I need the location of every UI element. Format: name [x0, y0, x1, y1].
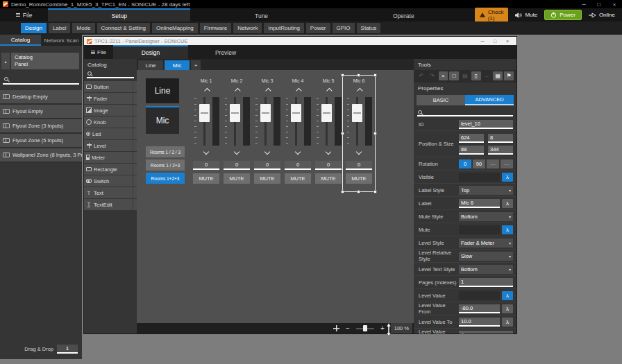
- power-button[interactable]: Power: [544, 10, 582, 20]
- mute-button[interactable]: MUTE: [254, 173, 280, 184]
- mute-button[interactable]: MUTE: [285, 173, 311, 184]
- subtab-connect-setting[interactable]: Connect & Setting: [97, 23, 150, 33]
- mute-button[interactable]: MUTE: [193, 173, 219, 184]
- add-page-tab[interactable]: +: [191, 60, 201, 70]
- fader-handle[interactable]: [291, 104, 301, 122]
- widget-item-fader[interactable]: Fader: [84, 93, 137, 104]
- level-text-style-select[interactable]: Bottom▾: [459, 265, 513, 274]
- rotation-270-button[interactable]: —: [501, 159, 513, 168]
- y-input[interactable]: 8: [488, 134, 513, 143]
- subtab-mode[interactable]: Mode: [72, 23, 94, 33]
- level-value[interactable]: 0: [224, 161, 250, 170]
- level-value-decimals-input[interactable]: 0: [459, 331, 513, 334]
- mute-button[interactable]: MUTE: [224, 173, 250, 184]
- level-down-button[interactable]: [252, 146, 283, 157]
- properties-tab-advanced[interactable]: ADVANCED: [465, 95, 514, 105]
- level-relative-style-select[interactable]: Slow▾: [459, 252, 513, 261]
- height-input[interactable]: 344: [488, 146, 513, 155]
- fader-handle[interactable]: [230, 104, 240, 122]
- paste-icon[interactable]: ▤: [460, 71, 470, 80]
- zoom-slider-handle[interactable]: [363, 325, 367, 331]
- online-button[interactable]: Online: [589, 12, 615, 18]
- resize-handle[interactable]: [341, 73, 344, 77]
- tab-tune[interactable]: Tune: [190, 8, 333, 21]
- lambda-button[interactable]: λ: [502, 304, 513, 313]
- selection-rectangle[interactable]: [342, 75, 376, 192]
- level-value-from-input[interactable]: -80.0: [459, 304, 500, 313]
- align-icon[interactable]: –: [482, 71, 492, 80]
- widget-item-text[interactable]: TText: [84, 187, 137, 198]
- undo-icon[interactable]: ↶: [417, 71, 426, 80]
- tab-operate[interactable]: Operate: [333, 8, 475, 21]
- widget-item-led[interactable]: Led: [84, 128, 137, 139]
- level-up-button[interactable]: [221, 85, 252, 96]
- level-down-button[interactable]: [313, 146, 344, 157]
- zoom-in-button[interactable]: +: [380, 325, 385, 332]
- copy-icon[interactable]: □: [449, 71, 459, 80]
- mute-value-box[interactable]: [459, 225, 500, 234]
- lambda-button[interactable]: λ: [502, 173, 513, 182]
- rooms-button-3[interactable]: Rooms 1+2+3: [146, 173, 185, 184]
- level-up-button[interactable]: [313, 85, 344, 96]
- check-button[interactable]: Check (1): [475, 8, 509, 23]
- maximize-button[interactable]: □: [489, 39, 501, 44]
- mute-button[interactable]: MUTE: [315, 173, 342, 184]
- file-menu[interactable]: File: [0, 8, 48, 21]
- fader-handle[interactable]: [199, 104, 210, 122]
- sidebar-search-input[interactable]: [3, 75, 79, 85]
- level-down-button[interactable]: [283, 146, 313, 157]
- widget-search-input[interactable]: [87, 70, 134, 78]
- mute-button[interactable]: Mute: [515, 12, 537, 18]
- resize-handle[interactable]: [373, 132, 377, 135]
- widget-item-level[interactable]: Level: [84, 140, 137, 151]
- level-up-button[interactable]: [283, 85, 313, 96]
- subtab-network[interactable]: Network: [233, 23, 262, 33]
- widget-item-image[interactable]: Image: [84, 105, 137, 116]
- resize-handle[interactable]: [373, 73, 377, 77]
- page-tab-line[interactable]: Line: [138, 60, 163, 70]
- pan-icon[interactable]: [333, 325, 339, 331]
- cut-icon[interactable]: ×: [439, 71, 448, 80]
- label-style-select[interactable]: Top▾: [459, 186, 513, 195]
- level-up-button[interactable]: [252, 85, 283, 96]
- rooms-button-1[interactable]: Rooms 1 / 2 / 3: [146, 146, 185, 157]
- subtab-firmware[interactable]: Firmware: [200, 23, 231, 33]
- widget-item-knob[interactable]: Knob: [84, 116, 137, 128]
- list-item[interactable]: Flyout Zone (5 Inputs): [0, 134, 82, 148]
- level-value[interactable]: 0: [285, 161, 311, 170]
- fader-handle[interactable]: [321, 104, 332, 122]
- zoom-out-button[interactable]: −: [346, 325, 350, 332]
- subtab-design[interactable]: Design: [21, 23, 47, 33]
- list-item[interactable]: Wallpanel Zone (8 Inputs, 3 Pres...: [0, 148, 82, 163]
- close-button[interactable]: ×: [501, 39, 514, 44]
- subtab-status[interactable]: Status: [357, 23, 381, 33]
- subtab-label[interactable]: Label: [49, 23, 71, 33]
- x-input[interactable]: 624: [459, 134, 484, 143]
- delete-icon[interactable]: ▯: [471, 71, 481, 80]
- resize-handle[interactable]: [341, 190, 344, 193]
- properties-search-input[interactable]: [417, 109, 513, 116]
- level-value[interactable]: 0: [193, 161, 219, 170]
- designer-file-menu[interactable]: File: [84, 45, 113, 59]
- list-item[interactable]: Desktop Empty: [0, 90, 82, 105]
- maximize-button[interactable]: □: [591, 1, 607, 8]
- minimize-button[interactable]: ─: [576, 1, 591, 8]
- pages-input[interactable]: 1: [459, 278, 513, 287]
- resize-handle[interactable]: [373, 190, 377, 193]
- resize-handle[interactable]: [357, 190, 360, 193]
- lambda-button[interactable]: λ: [502, 291, 513, 300]
- close-button[interactable]: ×: [607, 1, 622, 8]
- line-source-button[interactable]: Line: [146, 78, 179, 103]
- page-tab-mic[interactable]: Mic: [165, 60, 190, 70]
- mic-source-button[interactable]: Mic: [146, 106, 179, 134]
- tab-setup[interactable]: Setup: [48, 8, 190, 21]
- tab-design[interactable]: Design: [113, 45, 188, 59]
- list-item[interactable]: Flyout Empty: [0, 105, 82, 119]
- rotation-180-button[interactable]: —: [487, 159, 499, 168]
- lambda-button[interactable]: λ: [502, 318, 513, 327]
- resize-handle[interactable]: [357, 73, 360, 77]
- lambda-button[interactable]: λ: [502, 199, 513, 208]
- level-value[interactable]: 0: [315, 161, 342, 170]
- rooms-button-2[interactable]: Rooms 1 / 2+3: [146, 159, 185, 171]
- level-value-to-input[interactable]: 10.0: [459, 318, 500, 327]
